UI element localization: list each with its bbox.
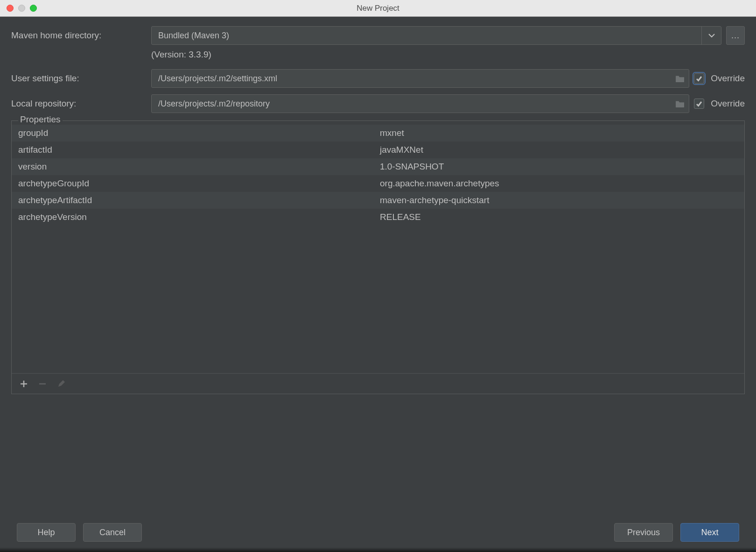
zoom-window-button[interactable] [30,5,37,12]
local-repo-override-label: Override [711,99,745,109]
property-row[interactable]: version1.0-SNAPSHOT [12,158,744,175]
add-property-button[interactable] [19,379,28,389]
property-row[interactable]: archetypeGroupIdorg.apache.maven.archety… [12,175,744,192]
property-value: 1.0-SNAPSHOT [378,162,744,172]
property-key: artifactId [12,145,378,155]
property-value: maven-archetype-quickstart [378,195,744,205]
property-value: javaMXNet [378,145,744,155]
browse-maven-home-button[interactable]: ... [726,26,745,45]
property-row[interactable]: archetypeVersionRELEASE [12,209,744,226]
titlebar: New Project [0,0,756,17]
property-value: org.apache.maven.archetypes [378,178,744,189]
property-row[interactable]: groupIdmxnet [12,125,744,142]
user-settings-override-checkbox[interactable] [694,73,704,84]
property-row[interactable]: archetypeArtifactIdmaven-archetype-quick… [12,192,744,209]
bottom-shadow [0,547,756,552]
maven-home-combo[interactable]: Bundled (Maven 3) [151,26,721,45]
properties-table[interactable]: groupIdmxnetartifactIdjavaMXNetversion1.… [12,121,744,373]
folder-icon[interactable] [675,99,685,108]
user-settings-value: /Users/projects/.m2/settings.xml [158,74,675,84]
remove-property-button [38,379,47,389]
properties-toolbar [12,373,744,394]
local-repo-override-checkbox[interactable] [694,99,704,109]
cancel-button[interactable]: Cancel [83,523,142,542]
next-button[interactable]: Next [680,523,739,542]
property-key: version [12,162,378,172]
property-key: groupId [12,128,378,138]
help-button[interactable]: Help [17,523,76,542]
user-settings-override-label: Override [711,73,745,84]
close-window-button[interactable] [7,5,14,12]
maven-home-value: Bundled (Maven 3) [152,27,701,44]
properties-legend: Properties [18,114,63,125]
dialog-footer: Help Cancel Previous Next [0,523,756,542]
properties-panel: Properties groupIdmxnetartifactIdjavaMXN… [11,120,745,394]
local-repo-label: Local repository: [11,99,151,109]
user-settings-label: User settings file: [11,73,151,84]
folder-icon[interactable] [675,74,685,83]
property-key: archetypeVersion [12,212,378,222]
chevron-down-icon[interactable] [701,27,721,44]
window-controls [0,5,37,12]
minimize-window-button [18,5,25,12]
maven-home-label: Maven home directory: [11,30,151,41]
maven-version-note: (Version: 3.3.9) [151,50,745,60]
property-value: mxnet [378,128,744,138]
user-settings-input[interactable]: /Users/projects/.m2/settings.xml [151,69,689,88]
edit-property-button [56,379,66,389]
property-key: archetypeArtifactId [12,195,378,205]
local-repo-value: /Users/projects/.m2/repository [158,99,675,109]
local-repo-input[interactable]: /Users/projects/.m2/repository [151,94,689,113]
previous-button[interactable]: Previous [614,523,673,542]
property-value: RELEASE [378,212,744,222]
property-row[interactable]: artifactIdjavaMXNet [12,142,744,158]
window-title: New Project [0,4,756,13]
property-key: archetypeGroupId [12,178,378,189]
